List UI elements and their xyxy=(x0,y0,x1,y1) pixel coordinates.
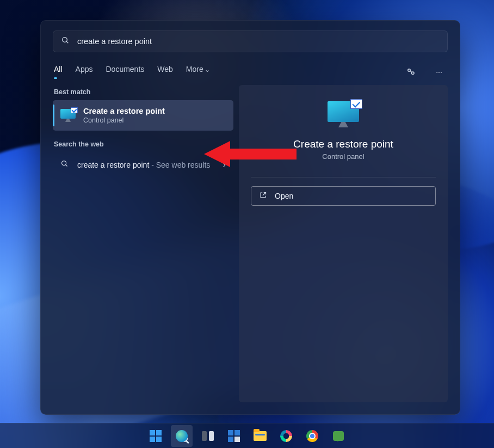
search-icon xyxy=(60,159,69,170)
web-result-text: create a restore point - See web results xyxy=(77,161,210,169)
ellipsis-icon: ··· xyxy=(436,67,442,76)
result-subtitle: Control panel xyxy=(83,116,165,124)
svg-line-1 xyxy=(66,41,68,43)
copilot-icon xyxy=(280,430,292,442)
tab-apps[interactable]: Apps xyxy=(76,65,93,79)
chevron-down-icon: ⌄ xyxy=(205,66,210,73)
system-properties-icon xyxy=(60,109,76,122)
preview-title: Create a restore point xyxy=(293,138,393,150)
start-button[interactable] xyxy=(145,425,166,447)
task-view-button[interactable] xyxy=(197,425,219,447)
search-sources-button[interactable] xyxy=(403,64,418,79)
result-web-search[interactable]: create a restore point - See web results… xyxy=(53,152,233,177)
chrome-button[interactable] xyxy=(301,425,323,447)
windows-logo-icon xyxy=(150,430,162,442)
open-button-label: Open xyxy=(275,192,293,200)
chevron-right-icon: › xyxy=(223,159,226,170)
tab-all[interactable]: All xyxy=(54,65,63,79)
taskbar xyxy=(0,423,494,448)
chat-icon xyxy=(333,431,344,441)
svg-line-5 xyxy=(66,165,67,167)
copilot-button[interactable] xyxy=(275,425,297,447)
tab-more[interactable]: More⌄ xyxy=(186,65,210,79)
svg-point-0 xyxy=(63,38,67,42)
divider xyxy=(251,177,436,177)
more-options-button[interactable]: ··· xyxy=(431,64,447,79)
search-icon xyxy=(61,36,70,47)
result-title: Create a restore point xyxy=(83,107,165,115)
open-external-icon xyxy=(259,191,267,201)
open-button[interactable]: Open xyxy=(251,186,436,206)
search-input[interactable] xyxy=(77,37,440,46)
system-properties-icon xyxy=(328,101,359,127)
chat-button[interactable] xyxy=(328,425,349,447)
tab-web[interactable]: Web xyxy=(157,65,173,79)
section-search-web: Search the web xyxy=(54,140,233,148)
search-box[interactable] xyxy=(53,30,448,52)
section-best-match: Best match xyxy=(54,88,233,96)
folder-icon xyxy=(254,431,267,441)
taskbar-search-button[interactable] xyxy=(171,425,193,447)
svg-point-4 xyxy=(62,161,66,165)
file-explorer-button[interactable] xyxy=(249,425,271,447)
preview-subtitle: Control panel xyxy=(322,152,364,161)
preview-pane: Create a restore point Control panel Ope… xyxy=(239,85,448,402)
result-best-match[interactable]: Create a restore point Control panel xyxy=(53,100,233,131)
svg-point-2 xyxy=(408,69,411,72)
widgets-icon xyxy=(228,430,240,442)
filter-tabs: All Apps Documents Web More⌄ ··· xyxy=(53,64,448,79)
chrome-icon xyxy=(306,430,318,442)
tab-documents[interactable]: Documents xyxy=(106,65,144,79)
task-view-icon xyxy=(202,431,214,441)
widgets-button[interactable] xyxy=(223,425,245,447)
search-panel: All Apps Documents Web More⌄ ··· Best ma… xyxy=(40,20,460,415)
search-icon xyxy=(176,430,188,442)
